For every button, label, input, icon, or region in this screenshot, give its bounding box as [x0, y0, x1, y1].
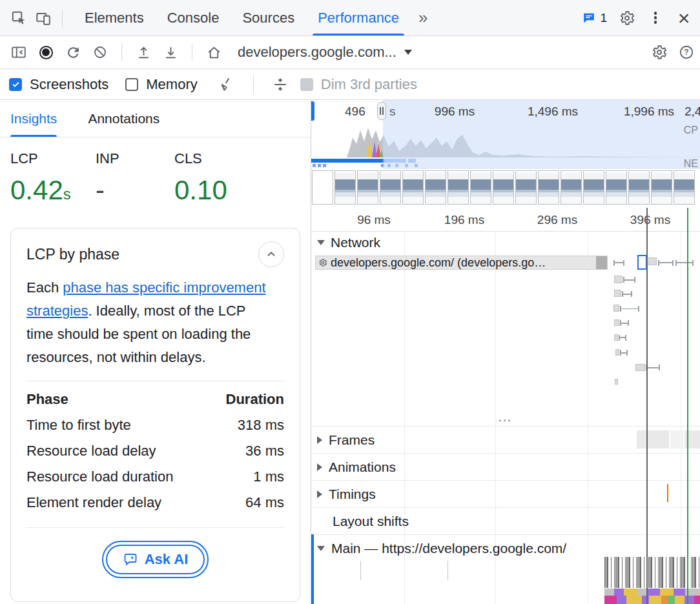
network-request-bar[interactable] [614, 290, 621, 297]
filmstrip-thumbnail [335, 170, 356, 205]
tab-sources[interactable]: Sources [231, 0, 306, 35]
track-frames[interactable]: Frames [311, 426, 700, 453]
selection-left-handle[interactable] [311, 101, 314, 121]
settings-button[interactable] [615, 6, 639, 30]
network-request-bar[interactable] [635, 364, 645, 371]
request-whisker[interactable] [620, 320, 629, 326]
network-request-label: developers.google.com/ (developers.go… [331, 256, 546, 270]
network-overview-dot [313, 164, 316, 167]
track-label: Frames [329, 432, 375, 448]
save-profile-button[interactable] [158, 40, 183, 65]
gear-icon [619, 10, 635, 26]
record-button[interactable] [34, 40, 58, 65]
network-request-bar[interactable] [613, 305, 619, 312]
table-row: Element render delay 64 ms [26, 490, 284, 516]
inspect-cursor-icon [10, 10, 27, 26]
lcp-marker-line [687, 208, 688, 604]
track-layout-shifts[interactable]: Layout shifts [311, 507, 700, 534]
tab-annotations[interactable]: Annotations [88, 100, 160, 137]
network-track-header[interactable]: Network [311, 231, 380, 254]
track-label: Timings [329, 487, 376, 502]
close-devtools-button[interactable]: × [672, 6, 696, 30]
more-tabs-button[interactable]: » [411, 0, 435, 35]
toggle-sidebar-button[interactable] [6, 40, 31, 65]
flame-chart-segments[interactable] [604, 596, 700, 604]
device-toolbar-button[interactable] [31, 6, 56, 30]
issues-button[interactable]: 1 [578, 6, 611, 30]
network-request-bar[interactable] [614, 319, 619, 326]
tab-console[interactable]: Console [156, 0, 231, 35]
track-animations[interactable]: Animations [311, 453, 700, 480]
selected-request-outline[interactable] [637, 255, 647, 270]
ruler-tick: 396 ms [630, 213, 670, 227]
phase-name: Resource load duration [26, 468, 173, 485]
selected-track-accent [311, 534, 314, 604]
timeline-overview[interactable]: 496 s 996 ms 1,496 ms 1,996 ms 2,49 CP N… [311, 100, 700, 208]
metric-lcp-label: LCP [10, 150, 96, 167]
network-request-bar[interactable] [614, 276, 623, 283]
divider [26, 527, 284, 528]
checkbox-empty-icon [125, 78, 138, 91]
card-title: LCP by phase [26, 246, 119, 263]
checkbox-checked-icon [9, 78, 22, 91]
network-request-bar[interactable]: developers.google.com/ (developers.go… [315, 256, 608, 270]
network-request-bar[interactable] [615, 379, 618, 385]
page-select[interactable]: developers.google.com... [229, 44, 421, 61]
chevron-up-icon [265, 248, 277, 260]
help-button[interactable]: ? [674, 40, 699, 65]
ruler-tick: 296 ms [537, 213, 577, 227]
phase-name: Resource load delay [26, 443, 156, 459]
track-timings[interactable]: Timings [311, 480, 700, 507]
request-whisker[interactable] [658, 260, 674, 266]
ask-ai-focus-ring: Ask AI [102, 541, 209, 578]
collect-garbage-button[interactable] [214, 72, 239, 97]
network-request-bar[interactable] [648, 257, 657, 265]
performance-controls-toolbar: developers.google.com... ? [0, 36, 700, 69]
devtools-window: Elements Console Sources Performance » 1 [0, 0, 700, 604]
toolbar-right-actions: 1 × [578, 6, 700, 30]
ai-chat-icon [123, 552, 138, 567]
tab-elements[interactable]: Elements [73, 0, 156, 35]
tab-insights[interactable]: Insights [10, 100, 57, 137]
network-request-bar[interactable] [615, 349, 619, 356]
timing-marker [667, 484, 668, 502]
selection-right-handle[interactable] [377, 102, 386, 120]
live-metrics-button[interactable] [201, 40, 226, 65]
flame-chart-tasks[interactable] [604, 557, 700, 588]
dim-3rd-parties-checkbox[interactable]: Dim 3rd parties [300, 76, 417, 93]
load-profile-button[interactable] [131, 40, 156, 65]
ask-ai-button[interactable]: Ask AI [106, 545, 205, 574]
capture-settings-button[interactable] [647, 40, 672, 65]
shrink-tracks-button[interactable] [268, 72, 293, 97]
ruler-tick: 96 ms [357, 213, 391, 227]
request-whisker[interactable] [623, 277, 635, 283]
collapse-card-button[interactable] [258, 241, 284, 267]
record-and-reload-button[interactable] [61, 40, 85, 65]
screenshots-label: Screenshots [30, 76, 108, 93]
request-whisker[interactable] [620, 306, 639, 312]
memory-checkbox[interactable]: Memory [125, 76, 197, 93]
phase-duration: 318 ms [238, 417, 284, 434]
kebab-menu-icon [654, 10, 657, 26]
request-whisker[interactable] [613, 260, 624, 266]
phase-name: Time to first byte [26, 417, 131, 434]
divider [192, 43, 192, 61]
flame-chart-segments[interactable] [604, 589, 700, 596]
triangle-right-icon [317, 436, 322, 444]
tab-performance[interactable]: Performance [306, 0, 411, 35]
network-overview-dot [323, 164, 326, 167]
network-request-bar[interactable] [614, 334, 618, 341]
clear-button[interactable] [88, 40, 112, 65]
inspect-element-button[interactable] [6, 6, 31, 30]
request-whisker[interactable] [675, 260, 694, 266]
more-options-button[interactable] [643, 6, 668, 30]
request-whisker[interactable] [619, 335, 626, 341]
sidebar-tabs: Insights Annotations [0, 100, 311, 137]
network-track-resizer[interactable]: … [311, 408, 700, 425]
request-whisker[interactable] [646, 365, 660, 370]
filmstrip-thumbnail [357, 170, 378, 205]
request-whisker[interactable] [622, 291, 632, 297]
request-whisker[interactable] [620, 350, 628, 356]
screenshots-checkbox[interactable]: Screenshots [9, 76, 108, 93]
upload-icon [136, 45, 152, 61]
